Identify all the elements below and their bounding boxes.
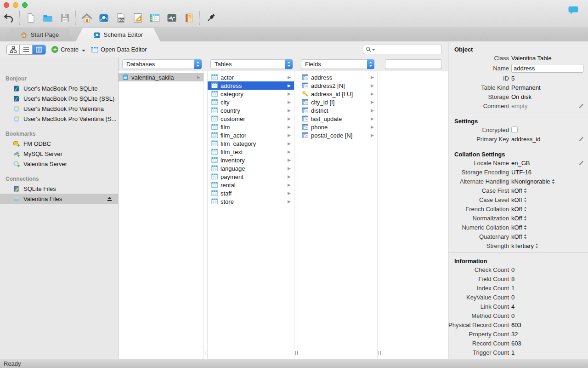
search-options-caret-icon[interactable] <box>372 49 375 52</box>
browser-row-film-category[interactable]: film_category▶ <box>208 139 294 148</box>
browser-row-address[interactable]: address▶ <box>208 81 294 90</box>
tab-start-page[interactable]: Start Page <box>5 28 74 41</box>
sql-editor-icon[interactable]: SQL <box>112 11 129 25</box>
minimize-window-button[interactable] <box>13 2 18 8</box>
sidebar-item-valentina-files[interactable]: Valentina Files <box>0 194 118 204</box>
list-view-button[interactable] <box>20 45 33 54</box>
stepper-icon[interactable] <box>285 59 293 69</box>
normalization-select[interactable]: kOff <box>511 215 527 222</box>
search-field[interactable] <box>363 45 442 54</box>
column-view-button[interactable] <box>33 45 45 54</box>
browser-row-valentina-sakila[interactable]: valentina_sakila▶ <box>119 73 204 81</box>
sidebar-item-sqlite-files[interactable]: SQLite Files <box>0 184 118 194</box>
server-diagnostics-icon[interactable] <box>163 11 180 25</box>
fields-dropdown[interactable]: Fields <box>301 59 374 69</box>
select-arrows-icon[interactable] <box>524 234 527 239</box>
eject-icon[interactable] <box>107 196 118 202</box>
case-level-select[interactable]: kOff <box>511 196 527 203</box>
browser-row-address[interactable]: address▶ <box>298 73 377 81</box>
edit-pencil-icon[interactable] <box>578 136 584 142</box>
browser-row-film-text[interactable]: film_text▶ <box>208 148 294 156</box>
browser-row-customer[interactable]: customer▶ <box>208 115 294 123</box>
browser-row-country[interactable]: country▶ <box>208 106 294 115</box>
report-designer-icon[interactable] <box>129 11 146 25</box>
new-document-icon[interactable] <box>22 11 39 25</box>
databases-dropdown[interactable]: Databases <box>122 59 202 69</box>
edit-pencil-icon[interactable] <box>578 160 584 166</box>
column-resize-handle[interactable] <box>377 71 381 359</box>
property-row-check-count: Check Count0 <box>448 265 588 274</box>
browser-row-film[interactable]: film▶ <box>208 123 294 131</box>
zoom-window-button[interactable] <box>22 2 28 8</box>
open-data-editor-button[interactable]: Open Data Editor <box>91 46 147 53</box>
property-label: KeyValue Count <box>448 294 511 301</box>
browser-row-address2-n[interactable]: address2 [N]▶ <box>298 81 377 90</box>
name-input[interactable] <box>511 64 583 73</box>
browser-row-staff[interactable]: staff▶ <box>208 189 294 197</box>
select-arrows-icon[interactable] <box>524 197 527 202</box>
chevron-down-icon[interactable] <box>82 50 85 53</box>
browser-row-category[interactable]: category▶ <box>208 90 294 98</box>
browser-row-payment[interactable]: payment▶ <box>208 172 294 181</box>
tab-schema-editor[interactable]: Schema Editor <box>76 28 160 41</box>
numeric-collation-select[interactable]: kOff <box>511 224 527 231</box>
sqlite-bonjour-icon <box>13 85 20 92</box>
browser-row-label: inventory <box>220 157 245 164</box>
browser-row-actor[interactable]: actor▶ <box>208 73 294 81</box>
sidebar-item-mysql-server[interactable]: MySQL Server <box>0 149 118 159</box>
open-folder-icon[interactable] <box>39 11 56 25</box>
sidebar-item-user-s-macbook-pro-sqlite-ssl[interactable]: User's MacBook Pro SQLite (SSL) <box>0 93 118 104</box>
browser-row-address-id-i-u[interactable]: address_id [I:U]▶ <box>298 90 377 98</box>
browser-row-language[interactable]: language▶ <box>208 164 294 172</box>
data-editor-icon[interactable] <box>146 11 163 25</box>
browser-row-last-update[interactable]: last_update▶ <box>298 115 377 123</box>
select-arrows-icon[interactable] <box>524 216 527 221</box>
connection-tool-icon[interactable] <box>202 11 219 25</box>
odbc-icon <box>13 140 20 147</box>
search-input[interactable] <box>375 46 439 53</box>
documentation-icon[interactable] <box>180 11 197 25</box>
browser-row-inventory[interactable]: inventory▶ <box>208 156 294 164</box>
strength-select[interactable]: kTertiary <box>511 242 538 249</box>
select-arrows-icon[interactable] <box>524 188 527 193</box>
property-label: Normalization <box>448 215 511 222</box>
schema-editor-icon[interactable] <box>95 11 112 25</box>
browser-row-city[interactable]: city▶ <box>208 98 294 106</box>
case-first-select[interactable]: kOff <box>511 187 527 194</box>
edit-pencil-icon[interactable] <box>578 103 584 109</box>
browser-row-film-actor[interactable]: film_actor▶ <box>208 131 294 139</box>
browser-row-rental[interactable]: rental▶ <box>208 181 294 189</box>
alternate-handling-select[interactable]: kNonIgnorable <box>511 178 555 185</box>
field-icon <box>302 99 308 105</box>
sidebar-item-user-s-macbook-pro-sqlite[interactable]: User's MacBook Pro SQLite <box>0 83 118 93</box>
property-value: 0 <box>511 312 514 319</box>
browser-row-district[interactable]: district▶ <box>298 106 377 115</box>
select-arrows-icon[interactable] <box>524 225 527 230</box>
close-window-button[interactable] <box>4 2 9 8</box>
select-arrows-icon[interactable] <box>552 179 555 184</box>
sidebar-item-valentina-server[interactable]: Valentina Server <box>0 159 118 169</box>
french-collation-select[interactable]: kOff <box>511 206 527 213</box>
feedback-bubble-icon[interactable] <box>568 5 579 16</box>
select-arrows-icon[interactable] <box>535 243 538 248</box>
sidebar-item-user-s-macbook-pro-valentina[interactable]: User's MacBook Pro Valentina <box>0 104 118 114</box>
create-button[interactable]: + Create <box>51 46 85 53</box>
tables-dropdown[interactable]: Tables <box>210 59 293 69</box>
browser-row-postal-code-n[interactable]: postal_code [N]▶ <box>298 131 377 139</box>
home-icon[interactable] <box>78 11 95 25</box>
column-resize-handle[interactable] <box>204 71 208 359</box>
column-resize-handle[interactable] <box>294 71 298 359</box>
tree-view-button[interactable] <box>7 45 20 54</box>
select-arrows-icon[interactable] <box>524 207 527 212</box>
browser-row-city-id-i[interactable]: city_id [I]▶ <box>298 98 377 106</box>
browser-row-store[interactable]: store▶ <box>208 197 294 206</box>
undo-icon[interactable] <box>0 11 17 25</box>
encrypted-checkbox[interactable] <box>511 126 518 133</box>
sidebar-item-user-s-macbook-pro-valentina-s[interactable]: User's MacBook Pro Valentina (S... <box>0 114 118 124</box>
sidebar-item-fm-odbc[interactable]: FM ODBC <box>0 138 118 149</box>
quaternary-select[interactable]: kOff <box>511 233 527 240</box>
stepper-icon[interactable] <box>367 59 374 69</box>
browser-row-phone[interactable]: phone▶ <box>298 123 377 131</box>
save-icon[interactable] <box>56 11 73 25</box>
stepper-icon[interactable] <box>194 59 202 69</box>
